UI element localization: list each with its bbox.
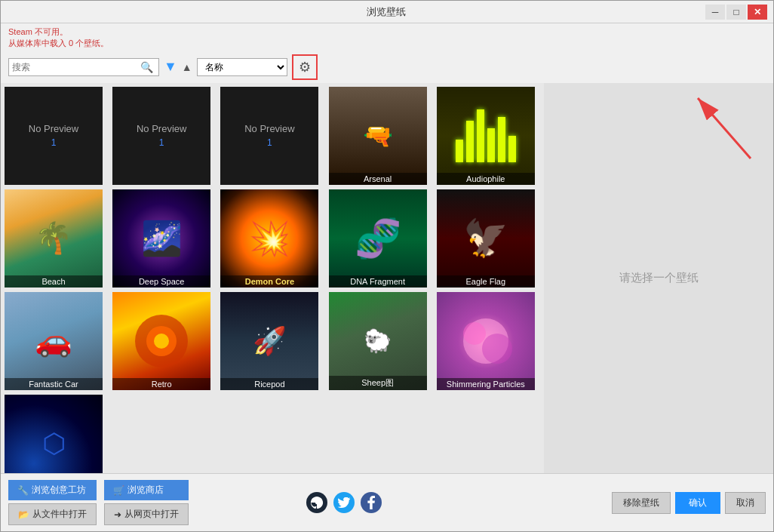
right-actions: 移除壁纸 确认 取消 <box>612 492 766 514</box>
wallpaper-label: Deep Space <box>112 275 210 288</box>
wallpaper-label: Demon Core <box>220 275 318 288</box>
wallpaper-label: DNA Fragment <box>329 275 427 288</box>
gear-button[interactable]: ⚙ <box>292 54 318 80</box>
open-web-icon: ➜ <box>114 509 121 520</box>
list-item[interactable]: Retro <box>112 291 211 391</box>
list-item[interactable]: 🚀 Ricepod <box>220 291 319 391</box>
search-icon[interactable]: 🔍 <box>140 61 153 73</box>
list-item[interactable]: 🌴 Beach <box>4 189 103 288</box>
search-box: 🔍 <box>8 58 159 76</box>
wallpaper-label: Arsenal <box>329 173 427 185</box>
facebook-icon[interactable] <box>361 492 382 513</box>
steam-icon[interactable] <box>306 492 327 513</box>
confirm-button[interactable]: 确认 <box>675 492 720 514</box>
demon-icon: 💥 <box>249 219 290 258</box>
wallpaper-label: Audiophile <box>437 173 535 185</box>
maximize-button[interactable]: □ <box>726 5 746 20</box>
wallpaper-label: Sheep图 <box>329 376 427 390</box>
list-item[interactable]: ⬡ Techno <box>4 394 103 473</box>
toolbar: 🔍 ▼ ▲ 名称 评分 时间 ⚙ <box>1 51 773 83</box>
retro-visual <box>131 311 192 371</box>
preview-panel: 请选择一个壁纸 <box>544 83 773 473</box>
workshop-icon: 🔧 <box>17 485 29 496</box>
preview-hint: 请选择一个壁纸 <box>619 271 699 285</box>
svg-point-8 <box>315 501 318 504</box>
wallpaper-label: Fantastic Car <box>5 378 103 390</box>
list-item[interactable]: Audiophile <box>436 86 536 186</box>
minimize-button[interactable]: ─ <box>705 5 725 20</box>
bottom-bar: 🔧 浏览创意工坊 📂 从文件中打开 🛒 浏览商店 ➜ 从网页中打开 <box>1 473 773 531</box>
svg-line-7 <box>698 98 751 158</box>
dna-icon: 🧬 <box>355 217 401 260</box>
list-item[interactable]: 🌌 Deep Space <box>112 189 211 288</box>
open-file-button[interactable]: 📂 从文件中打开 <box>8 503 97 525</box>
galaxy-icon: 🌌 <box>141 219 183 258</box>
list-item[interactable]: 🔫 Arsenal <box>328 86 428 186</box>
wallpaper-label: Retro <box>112 378 210 390</box>
svg-point-4 <box>463 322 486 345</box>
top-info: Steam 不可用。 从媒体库中载入 0 个壁纸。 <box>1 23 773 51</box>
list-item[interactable]: 🚗 Fantastic Car <box>4 291 103 391</box>
list-item[interactable]: Shimmering Particles <box>436 291 536 391</box>
cancel-button[interactable]: 取消 <box>725 492 766 514</box>
sheep-icon: 🐑 <box>364 328 392 354</box>
sort-arrow-icon[interactable]: ▲ <box>182 61 192 73</box>
social-icons <box>306 492 382 513</box>
titlebar-controls: ─ □ ✕ <box>705 5 767 20</box>
search-input[interactable] <box>12 62 140 72</box>
list-item[interactable]: No Preview 1 <box>220 86 319 186</box>
sort-select[interactable]: 名称 评分 时间 <box>197 58 287 76</box>
wallpaper-label: Eagle Flag <box>437 275 535 288</box>
techno-icon: ⬡ <box>42 428 66 460</box>
titlebar: 浏览壁纸 ─ □ ✕ <box>1 1 773 23</box>
close-button[interactable]: ✕ <box>748 5 767 20</box>
content-area: No Preview 1 No Preview 1 No Preview 1 <box>1 83 773 473</box>
no-preview-label: No Preview <box>244 123 294 134</box>
wallpaper-label: Beach <box>5 275 103 288</box>
beach-icon: 🌴 <box>35 220 72 256</box>
arsenal-icon: 🔫 <box>363 121 393 150</box>
top-info-line2: 从媒体库中载入 0 个壁纸。 <box>8 38 766 49</box>
wallpaper-label: Shimmering Particles <box>437 378 535 390</box>
remove-wallpaper-button[interactable]: 移除壁纸 <box>612 492 671 514</box>
ship-icon: 🚀 <box>253 325 287 357</box>
no-preview-label: No Preview <box>29 123 78 134</box>
filter-icon[interactable]: ▼ <box>164 59 177 75</box>
grid-panel: No Preview 1 No Preview 1 No Preview 1 <box>1 83 544 473</box>
list-item[interactable]: No Preview 1 <box>4 86 103 186</box>
top-info-line1: Steam 不可用。 <box>8 26 766 38</box>
window-title: 浏览壁纸 <box>67 5 705 19</box>
browse-workshop-button[interactable]: 🔧 浏览创意工坊 <box>8 480 97 500</box>
list-item[interactable]: No Preview 1 <box>112 86 211 186</box>
car-icon: 🚗 <box>35 323 72 358</box>
list-item[interactable]: 💥 Demon Core <box>220 189 319 288</box>
open-web-button[interactable]: ➜ 从网页中打开 <box>104 503 189 525</box>
browse-store-button[interactable]: 🛒 浏览商店 <box>104 480 189 500</box>
twitter-icon[interactable] <box>333 492 355 513</box>
center-left-buttons: 🛒 浏览商店 ➜ 从网页中打开 <box>104 480 189 525</box>
arrow-annotation <box>683 83 773 174</box>
list-item[interactable]: 🦅 Eagle Flag <box>436 189 536 288</box>
svg-point-2 <box>154 334 169 349</box>
wallpaper-grid: No Preview 1 No Preview 1 No Preview 1 <box>1 83 544 473</box>
store-icon: 🛒 <box>113 485 124 496</box>
shimmering-visual <box>456 311 516 371</box>
arrow-svg <box>683 83 773 174</box>
list-item[interactable]: 🧬 DNA Fragment <box>328 189 428 288</box>
eagle-icon: 🦅 <box>463 217 508 260</box>
no-preview-label: No Preview <box>137 123 186 134</box>
open-file-icon: 📂 <box>18 509 29 520</box>
svg-point-5 <box>482 334 512 364</box>
list-item[interactable]: 🐑 Sheep图 <box>328 291 428 391</box>
left-buttons: 🔧 浏览创意工坊 📂 从文件中打开 <box>8 480 97 525</box>
wallpaper-label: Ricepod <box>220 378 318 390</box>
main-window: 浏览壁纸 ─ □ ✕ Steam 不可用。 从媒体库中载入 0 个壁纸。 🔍 ▼… <box>0 0 774 532</box>
audiophile-bars <box>456 109 516 162</box>
